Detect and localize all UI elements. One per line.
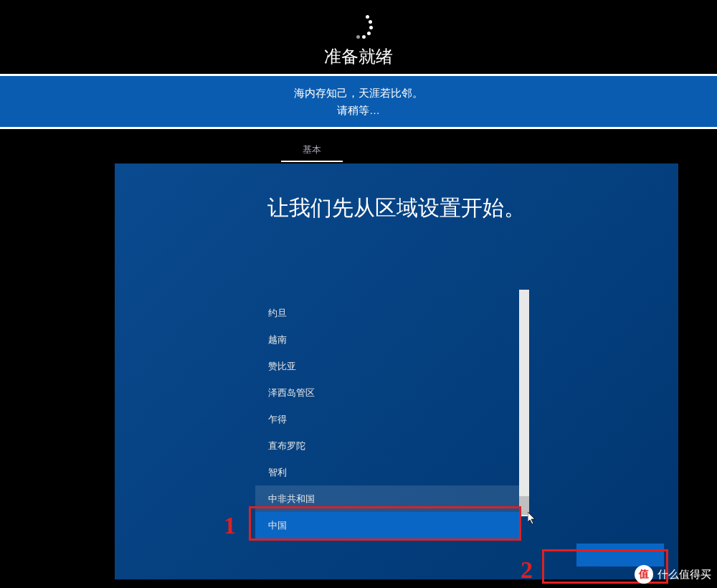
region-item[interactable]: 约旦 <box>255 300 519 326</box>
region-item[interactable]: 赞比亚 <box>255 353 519 379</box>
spinner-icon <box>344 14 373 42</box>
tab-row: 基本 <box>0 136 717 162</box>
watermark-badge-icon: 值 <box>635 565 653 584</box>
watermark: 值 什么值得买 <box>635 565 711 584</box>
wait-message-line2: 请稍等… <box>337 102 380 119</box>
region-item[interactable]: 智利 <box>255 459 519 485</box>
region-item[interactable]: 乍得 <box>255 406 519 432</box>
oobe-title: 让我们先从区域设置开始。 <box>115 194 678 223</box>
region-item[interactable]: 越南 <box>255 326 519 353</box>
oobe-panel: 基本 让我们先从区域设置开始。 约旦越南赞比亚泽西岛管区乍得直布罗陀智利中非共和… <box>0 129 717 584</box>
tab-basic[interactable]: 基本 <box>281 138 343 162</box>
loading-panel: 准备就绪 <box>0 0 717 76</box>
region-item[interactable]: 泽西岛管区 <box>255 379 519 406</box>
region-item[interactable]: 直布罗陀 <box>255 432 519 459</box>
wait-panel: 海内存知己，天涯若比邻。 请稍等… <box>0 76 717 129</box>
wait-message-line1: 海内存知己，天涯若比邻。 <box>294 85 423 102</box>
region-list[interactable]: 约旦越南赞比亚泽西岛管区乍得直布罗陀智利中非共和国中国 <box>255 300 519 544</box>
oobe-window: 让我们先从区域设置开始。 约旦越南赞比亚泽西岛管区乍得直布罗陀智利中非共和国中国 <box>115 163 678 579</box>
region-scrollbar[interactable] <box>519 290 529 516</box>
region-item[interactable]: 中非共和国 <box>255 485 519 512</box>
region-item[interactable]: 中国 <box>255 512 519 539</box>
scrollbar-thumb[interactable] <box>519 496 529 515</box>
watermark-text: 什么值得买 <box>657 568 711 582</box>
loading-status-text: 准备就绪 <box>324 45 393 68</box>
next-button[interactable] <box>576 544 664 566</box>
